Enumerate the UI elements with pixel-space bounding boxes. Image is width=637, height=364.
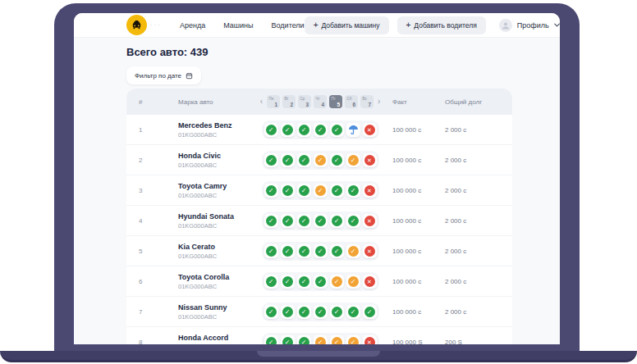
table-row[interactable]: 2Honda Civic01KG000ABC✓✓✓✓✓✓✕100 000 с2 … xyxy=(126,145,512,175)
day-status-tile[interactable]: ✓ xyxy=(297,244,311,258)
day-status-tile[interactable]: ✓ xyxy=(330,305,344,319)
day-status-tile[interactable]: ✓ xyxy=(346,244,360,258)
day-status-tile[interactable]: ✕ xyxy=(363,123,377,137)
day-status-tile[interactable]: ✓ xyxy=(264,335,278,345)
table-header-row: # Марка авто ‹ Пн1Вт2Ср3Чт4Пт5Сб6Вс7 › Ф… xyxy=(126,89,512,115)
day-chip-7[interactable]: Вс7 xyxy=(360,95,373,108)
nav-item-водители[interactable]: Водители xyxy=(272,21,305,30)
day-chip-1[interactable]: Пн1 xyxy=(267,95,280,108)
day-status-tile[interactable]: ✓ xyxy=(346,214,360,228)
day-status-tile[interactable]: ✓ xyxy=(281,305,295,319)
day-status-tile[interactable]: ✕ xyxy=(363,214,377,228)
day-status-tile[interactable]: ✓ xyxy=(297,275,311,289)
day-status-tile[interactable]: ✓ xyxy=(264,305,278,319)
day-status-tile[interactable]: ✓ xyxy=(297,335,311,345)
day-status-tile[interactable]: ✓ xyxy=(281,275,295,289)
day-status-tile[interactable]: ✓ xyxy=(281,335,295,345)
day-status-tile[interactable]: ✓ xyxy=(281,244,295,258)
avatar xyxy=(499,19,512,32)
status-ok-icon: ✓ xyxy=(332,185,342,196)
day-chip-5[interactable]: Пт5 xyxy=(329,95,342,108)
day-status-tile[interactable]: ✓ xyxy=(281,184,295,198)
day-status-tile[interactable]: ✓ xyxy=(330,275,344,289)
day-status-tile[interactable]: ✓ xyxy=(264,123,278,137)
status-ok-icon: ✓ xyxy=(315,276,326,287)
day-status-tile[interactable]: ✓ xyxy=(346,275,360,289)
day-status-tile[interactable]: ✕ xyxy=(363,244,377,258)
status-ok-icon: ✓ xyxy=(332,125,342,135)
status-fail-icon: ✕ xyxy=(364,337,375,345)
day-chip-2[interactable]: Вт2 xyxy=(282,95,296,108)
fact-value: 100 000 с xyxy=(392,278,445,285)
day-status-tile[interactable]: ✓ xyxy=(281,123,295,137)
day-chip-6[interactable]: Сб6 xyxy=(345,95,358,108)
day-status-tile[interactable]: ✓ xyxy=(264,184,278,198)
day-status-tile[interactable]: ✓ xyxy=(314,214,328,228)
days-next-button[interactable]: › xyxy=(376,98,382,106)
table-row[interactable]: 6Toyota Corolla01KG000ABC✓✓✓✓✓✓✕100 000 … xyxy=(126,266,512,297)
table-row[interactable]: 8Honda Accord01KO791QRS✓✓✓✓✓✓✕100 000 S2… xyxy=(126,327,512,344)
status-fail-icon: ✕ xyxy=(364,246,375,257)
day-status-tile[interactable]: ✓ xyxy=(314,123,328,137)
day-status-tile[interactable]: ✕ xyxy=(363,153,377,167)
day-status-tile[interactable]: ✓ xyxy=(346,153,360,167)
fact-value: 100 000 с xyxy=(392,126,445,134)
nav-item-аренда[interactable]: Аренда xyxy=(180,21,205,30)
table-row[interactable]: 5Kia Cerato01KG000ABC✓✓✓✓✓✓✕100 000 с2 0… xyxy=(126,236,512,266)
table-row[interactable]: 1Mercedes Benz01KG000ABC✓✓✓✓✓✕100 000 с2… xyxy=(126,115,512,145)
day-status-tile[interactable]: ✕ xyxy=(363,275,377,289)
day-status-tile[interactable]: ✓ xyxy=(330,123,344,137)
nav-item-машины[interactable]: Машины xyxy=(223,21,253,30)
table-row[interactable]: 3Toyota Camry01KG000ABC✓✓✓✓✓✓✕100 000 с2… xyxy=(126,175,512,206)
status-ok-icon: ✓ xyxy=(266,125,277,135)
days-prev-button[interactable]: ‹ xyxy=(259,98,264,106)
status-ok-icon: ✓ xyxy=(315,125,326,135)
status-fail-icon: ✕ xyxy=(364,125,375,135)
day-status-tile[interactable]: ✓ xyxy=(297,184,311,198)
day-status-tile[interactable]: ✓ xyxy=(297,305,311,319)
day-status-tile[interactable]: ✓ xyxy=(330,153,344,167)
table-row[interactable]: 7Nissan Sunny01KG000ABC✓✓✓✓✓✓✓100 000 с2… xyxy=(126,297,512,327)
date-filter-button[interactable]: Фильтр по дате xyxy=(126,66,201,84)
day-status-tile[interactable]: ✓ xyxy=(314,305,328,319)
day-status-tile[interactable]: ✓ xyxy=(346,335,360,345)
day-chip-4[interactable]: Чт4 xyxy=(314,95,327,108)
day-status-tile[interactable]: ✓ xyxy=(314,244,328,258)
day-status-tile[interactable]: ✓ xyxy=(297,214,311,228)
day-status-tile[interactable]: ✕ xyxy=(363,184,377,198)
day-status-tile[interactable] xyxy=(346,123,360,137)
fact-value: 100 000 S xyxy=(392,339,445,345)
table-row[interactable]: 4Hyundai Sonata01KG000ABC✓✓✓✓✓✓✕100 000 … xyxy=(126,206,512,236)
day-status-tile[interactable]: ✓ xyxy=(314,153,328,167)
day-status-tile[interactable]: ✓ xyxy=(281,214,295,228)
day-status-tile[interactable]: ✓ xyxy=(346,184,360,198)
day-status-tile[interactable]: ✓ xyxy=(264,244,278,258)
day-status-tile[interactable]: ✓ xyxy=(264,275,278,289)
day-status-tile[interactable]: ✓ xyxy=(363,305,377,319)
day-status-tile[interactable]: ✓ xyxy=(297,153,311,167)
day-status-tile[interactable]: ✓ xyxy=(330,184,344,198)
nav-links: АрендаМашиныВодители xyxy=(162,21,305,30)
row-index: 7 xyxy=(126,308,156,316)
profile-menu[interactable]: Профиль xyxy=(499,19,560,32)
day-chip-3[interactable]: Ср3 xyxy=(298,95,311,108)
day-status-tile[interactable]: ✓ xyxy=(314,335,328,345)
add-driver-button[interactable]: + Добавить водителя xyxy=(397,16,486,34)
day-status-tile[interactable]: ✓ xyxy=(264,214,278,228)
day-status-tile[interactable]: ✓ xyxy=(297,123,311,137)
day-status-tile[interactable]: ✓ xyxy=(330,244,344,258)
day-status-tile[interactable]: ✓ xyxy=(346,305,360,319)
plus-icon: + xyxy=(406,22,411,29)
day-status-tile[interactable]: ✓ xyxy=(314,184,328,198)
day-status-tile[interactable]: ✓ xyxy=(314,275,328,289)
day-status-tile[interactable]: ✓ xyxy=(264,153,278,167)
day-status-tile[interactable]: ✕ xyxy=(363,335,377,345)
day-status-tile[interactable]: ✓ xyxy=(281,153,295,167)
taxi-logo[interactable] xyxy=(126,15,147,35)
day-status-tile[interactable]: ✓ xyxy=(330,335,344,345)
car-cell: Toyota Corolla01KG000ABC xyxy=(156,273,248,290)
status-ok-icon: ✓ xyxy=(348,185,359,196)
add-car-button[interactable]: + Добавить машину xyxy=(305,16,389,34)
day-status-tile[interactable]: ✓ xyxy=(330,214,344,228)
umbrella-icon xyxy=(348,125,359,135)
